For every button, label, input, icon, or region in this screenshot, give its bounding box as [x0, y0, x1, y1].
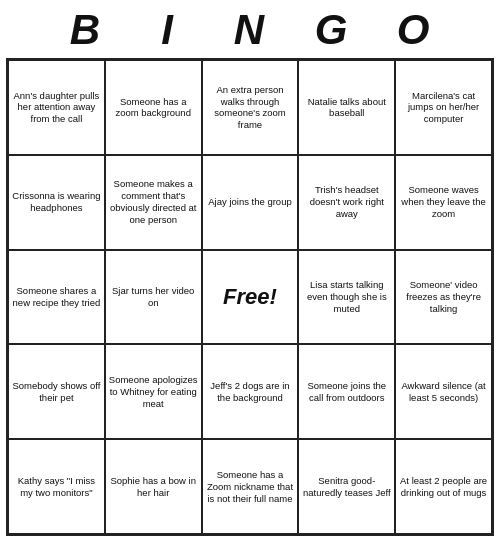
- bingo-cell-12[interactable]: Free!: [202, 250, 299, 345]
- bingo-cell-23[interactable]: Senitra good-naturedly teases Jeff: [298, 439, 395, 534]
- bingo-cell-5[interactable]: Crissonna is wearing headphones: [8, 155, 105, 250]
- bingo-grid: Ann's daughter pulls her attention away …: [6, 58, 494, 536]
- letter-b: B: [45, 6, 127, 54]
- bingo-cell-1[interactable]: Someone has a zoom background: [105, 60, 202, 155]
- bingo-cell-11[interactable]: Sjar turns her video on: [105, 250, 202, 345]
- bingo-cell-7[interactable]: Ajay joins the group: [202, 155, 299, 250]
- bingo-cell-4[interactable]: Marcilena's cat jumps on her/her compute…: [395, 60, 492, 155]
- bingo-cell-17[interactable]: Jeff's 2 dogs are in the background: [202, 344, 299, 439]
- bingo-cell-6[interactable]: Someone makes a comment that's obviously…: [105, 155, 202, 250]
- letter-n: N: [209, 6, 291, 54]
- bingo-cell-0[interactable]: Ann's daughter pulls her attention away …: [8, 60, 105, 155]
- bingo-cell-15[interactable]: Somebody shows off their pet: [8, 344, 105, 439]
- bingo-cell-19[interactable]: Awkward silence (at least 5 seconds): [395, 344, 492, 439]
- bingo-cell-9[interactable]: Someone waves when they leave the zoom: [395, 155, 492, 250]
- bingo-cell-2[interactable]: An extra person walks through someone's …: [202, 60, 299, 155]
- letter-o: O: [373, 6, 455, 54]
- bingo-cell-16[interactable]: Someone apologizes to Whitney for eating…: [105, 344, 202, 439]
- bingo-title: B I N G O: [10, 0, 490, 58]
- letter-i: I: [127, 6, 209, 54]
- bingo-cell-8[interactable]: Trish's headset doesn't work right away: [298, 155, 395, 250]
- bingo-cell-13[interactable]: Lisa starts talking even though she is m…: [298, 250, 395, 345]
- bingo-cell-22[interactable]: Someone has a Zoom nickname that is not …: [202, 439, 299, 534]
- bingo-cell-18[interactable]: Someone joins the call from outdoors: [298, 344, 395, 439]
- bingo-cell-10[interactable]: Someone shares a new recipe they tried: [8, 250, 105, 345]
- bingo-cell-3[interactable]: Natalie talks about baseball: [298, 60, 395, 155]
- bingo-cell-24[interactable]: At least 2 people are drinking out of mu…: [395, 439, 492, 534]
- bingo-cell-21[interactable]: Sophie has a bow in her hair: [105, 439, 202, 534]
- letter-g: G: [291, 6, 373, 54]
- bingo-cell-14[interactable]: Someone' video freezes as they're talkin…: [395, 250, 492, 345]
- bingo-cell-20[interactable]: Kathy says "I miss my two monitors": [8, 439, 105, 534]
